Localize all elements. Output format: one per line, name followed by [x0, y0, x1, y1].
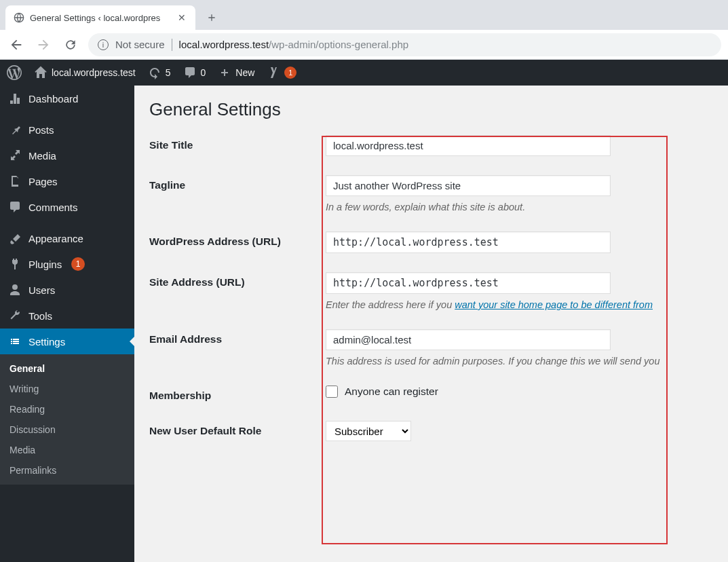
email-input[interactable] — [326, 329, 611, 350]
updates-icon — [148, 66, 161, 79]
new-tab-button[interactable] — [202, 8, 221, 27]
menu-posts[interactable]: Posts — [0, 117, 134, 143]
site-address-description: Enter the address here if you want your … — [326, 299, 713, 310]
pin-icon — [8, 123, 22, 136]
dashboard-icon — [8, 92, 22, 105]
menu-tools[interactable]: Tools — [0, 303, 134, 329]
updates-link[interactable]: 5 — [148, 66, 171, 79]
address-bar[interactable]: i Not secure local.wordpress.test/wp-adm… — [88, 33, 721, 56]
browser-tab-strip: General Settings ‹ local.wordpres ✕ — [0, 0, 728, 30]
url-text: local.wordpress.test/wp-admin/options-ge… — [179, 39, 409, 50]
menu-users[interactable]: Users — [0, 277, 134, 303]
label-default-role: New User Default Role — [149, 421, 326, 437]
wp-admin-bar: local.wordpress.test 5 0 New 1 — [0, 60, 728, 86]
admin-sidebar: Dashboard Posts Media Pages Comments App… — [0, 86, 134, 562]
comments-count: 0 — [201, 67, 206, 78]
reload-button[interactable] — [61, 35, 80, 54]
membership-checkbox[interactable] — [326, 386, 338, 398]
comment-icon — [8, 200, 22, 214]
menu-pages[interactable]: Pages — [0, 168, 134, 194]
site-title-input[interactable] — [326, 135, 611, 156]
pages-icon — [8, 174, 22, 188]
email-description: This address is used for admin purposes.… — [326, 356, 713, 367]
wrench-icon — [8, 309, 22, 322]
brush-icon — [8, 231, 22, 245]
settings-submenu: General Writing Reading Discussion Media… — [0, 354, 134, 485]
page-title: General Settings — [149, 99, 713, 120]
close-icon[interactable]: ✕ — [176, 12, 187, 23]
home-icon — [34, 66, 47, 79]
menu-settings[interactable]: Settings — [0, 329, 134, 354]
forward-button — [34, 35, 53, 54]
site-address-help-link[interactable]: want your site home page to be different… — [455, 299, 653, 310]
new-label: New — [235, 67, 254, 78]
settings-icon — [8, 335, 22, 348]
label-tagline: Tagline — [149, 175, 326, 191]
plugins-count-badge: 1 — [71, 257, 85, 271]
label-site-address: Site Address (URL) — [149, 272, 326, 288]
menu-dashboard[interactable]: Dashboard — [0, 86, 134, 111]
yoast-badge-count: 1 — [284, 67, 296, 79]
tagline-input[interactable] — [326, 175, 611, 196]
plugin-icon — [8, 257, 22, 271]
menu-plugins[interactable]: Plugins 1 — [0, 251, 134, 277]
submenu-discussion[interactable]: Discussion — [0, 419, 134, 440]
tagline-description: In a few words, explain what this site i… — [326, 202, 713, 212]
label-email: Email Address — [149, 329, 326, 345]
new-content-link[interactable]: New — [218, 66, 254, 79]
submenu-permalinks[interactable]: Permalinks — [0, 460, 134, 481]
wp-logo-icon[interactable] — [7, 65, 22, 80]
plus-icon — [218, 66, 231, 79]
yoast-link[interactable]: 1 — [267, 66, 296, 79]
default-role-select[interactable]: Subscriber — [326, 421, 411, 441]
media-icon — [8, 149, 22, 162]
site-link[interactable]: local.wordpress.test — [34, 66, 136, 79]
submenu-reading[interactable]: Reading — [0, 399, 134, 419]
label-wp-address: WordPress Address (URL) — [149, 231, 326, 248]
label-site-title: Site Title — [149, 135, 326, 151]
browser-tab[interactable]: General Settings ‹ local.wordpres ✕ — [5, 5, 195, 30]
yoast-icon — [267, 66, 280, 79]
menu-comments[interactable]: Comments — [0, 194, 134, 220]
globe-icon — [14, 12, 24, 23]
wp-address-input[interactable] — [326, 231, 611, 253]
membership-checkbox-label[interactable]: Anyone can register — [326, 386, 713, 398]
comments-link[interactable]: 0 — [183, 66, 206, 79]
not-secure-label: Not secure — [115, 39, 165, 50]
menu-appearance[interactable]: Appearance — [0, 225, 134, 251]
settings-form: Site Title Tagline In a few words, expla… — [149, 135, 713, 441]
submenu-media[interactable]: Media — [0, 440, 134, 460]
divider — [172, 39, 172, 51]
site-name: local.wordpress.test — [52, 67, 136, 78]
menu-media[interactable]: Media — [0, 143, 134, 168]
submenu-writing[interactable]: Writing — [0, 379, 134, 399]
updates-count: 5 — [166, 67, 171, 78]
comment-icon — [183, 66, 197, 79]
site-address-input[interactable] — [326, 272, 611, 294]
user-icon — [8, 283, 22, 297]
back-button[interactable] — [7, 35, 26, 54]
info-icon: i — [98, 39, 109, 50]
label-membership: Membership — [149, 386, 326, 402]
submenu-general[interactable]: General — [0, 358, 134, 379]
browser-toolbar: i Not secure local.wordpress.test/wp-adm… — [0, 30, 728, 60]
content-area: General Settings Site Title Tagline In a… — [134, 86, 728, 562]
browser-tab-title: General Settings ‹ local.wordpres — [30, 13, 171, 23]
